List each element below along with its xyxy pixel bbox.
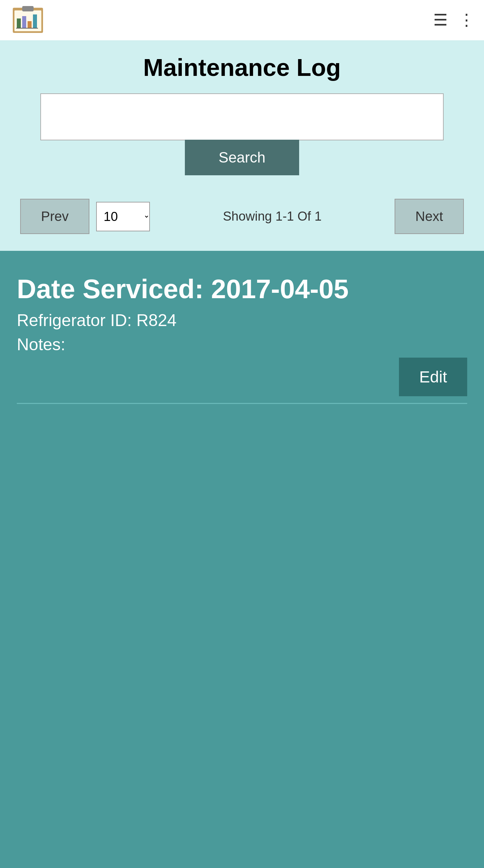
records-section: Date Serviced: 2017-04-05 Refrigerator I… bbox=[0, 251, 484, 414]
svg-rect-4 bbox=[22, 16, 26, 28]
prev-button[interactable]: Prev bbox=[20, 199, 89, 234]
showing-text: Showing 1-1 Of 1 bbox=[156, 209, 388, 224]
search-button[interactable]: Search bbox=[185, 140, 299, 175]
next-button[interactable]: Next bbox=[395, 199, 464, 234]
pagination-row: Prev 10 25 50 100 Showing 1-1 Of 1 Next bbox=[0, 192, 484, 251]
search-section: Maintenance Log Search bbox=[0, 40, 484, 192]
more-options-button[interactable]: ⋮ bbox=[458, 12, 475, 28]
record-notes: Notes: bbox=[17, 335, 467, 354]
page-title: Maintenance Log bbox=[40, 54, 444, 81]
app-header: ☰ ⋮ bbox=[0, 0, 484, 40]
record-id: Refrigerator ID: R824 bbox=[17, 311, 467, 330]
search-input[interactable] bbox=[40, 93, 444, 141]
app-logo bbox=[9, 4, 47, 36]
svg-rect-2 bbox=[22, 6, 34, 11]
per-page-select[interactable]: 10 25 50 100 bbox=[96, 202, 150, 231]
record-date: Date Serviced: 2017-04-05 bbox=[17, 274, 467, 304]
record-card: Date Serviced: 2017-04-05 Refrigerator I… bbox=[17, 268, 467, 414]
header-actions: ☰ ⋮ bbox=[433, 12, 475, 28]
record-footer: Edit bbox=[17, 358, 467, 396]
edit-button[interactable]: Edit bbox=[399, 358, 467, 396]
svg-rect-5 bbox=[28, 21, 32, 28]
sort-button[interactable]: ☰ bbox=[433, 12, 448, 28]
record-divider bbox=[17, 403, 467, 404]
svg-rect-3 bbox=[17, 19, 21, 28]
svg-rect-6 bbox=[33, 14, 37, 28]
